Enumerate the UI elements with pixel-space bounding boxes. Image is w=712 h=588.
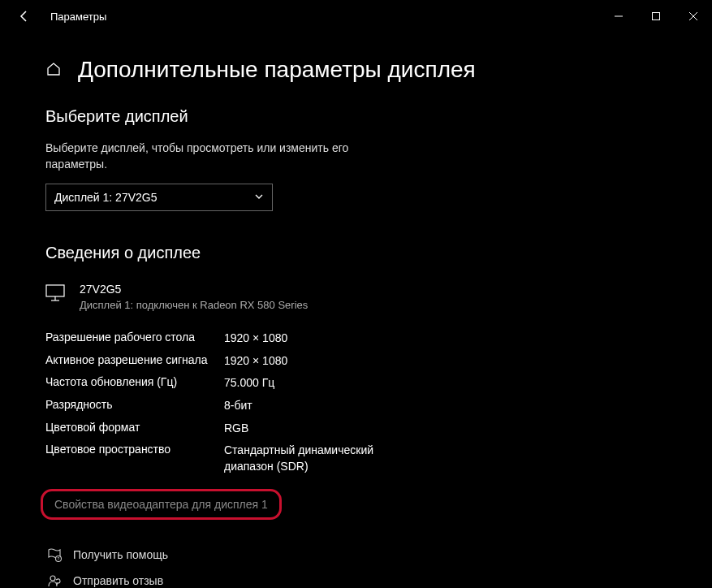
app-title: Параметры (50, 11, 106, 23)
arrow-left-icon (18, 10, 31, 23)
property-value: 8-бит (224, 398, 252, 414)
chevron-down-icon (254, 191, 264, 204)
select-display-desc: Выберите дисплей, чтобы просмотреть или … (45, 141, 354, 172)
maximize-button[interactable] (637, 0, 675, 32)
monitor-icon (45, 284, 67, 305)
property-value: 75.000 Гц (224, 375, 274, 391)
property-label: Цветовое пространство (45, 443, 224, 474)
property-label: Разрешение рабочего стола (45, 331, 224, 347)
property-label: Частота обновления (Гц) (45, 375, 224, 391)
minimize-icon (614, 11, 624, 21)
close-icon (688, 11, 698, 21)
property-label: Разрядность (45, 398, 224, 414)
property-row: Цветовой форматRGB (45, 417, 667, 440)
maximize-icon (651, 11, 661, 21)
property-label: Цветовой формат (45, 421, 224, 437)
content: Дополнительные параметры дисплея Выберит… (0, 57, 712, 588)
property-row: Разрешение рабочего стола1920 × 1080 (45, 327, 667, 350)
help-icon: ? (45, 547, 63, 562)
titlebar: Параметры (0, 0, 712, 32)
svg-rect-4 (46, 285, 64, 296)
select-display-title: Выберите дисплей (45, 107, 667, 126)
property-row: Частота обновления (Гц)75.000 Гц (45, 372, 667, 395)
display-info-title: Сведения о дисплее (45, 244, 667, 262)
page-title: Дополнительные параметры дисплея (78, 57, 476, 83)
svg-rect-1 (653, 13, 660, 20)
close-button[interactable] (675, 0, 712, 32)
property-row: Активное разрешение сигнала1920 × 1080 (45, 350, 667, 373)
svg-point-9 (50, 576, 55, 581)
property-value: 1920 × 1080 (224, 331, 287, 347)
adapter-properties-link[interactable]: Свойства видеоадаптера для дисплея 1 (54, 498, 268, 511)
property-row: Разрядность8-бит (45, 395, 667, 417)
feedback-icon (45, 573, 63, 588)
get-help-link[interactable]: ? Получить помощь (45, 547, 667, 562)
dropdown-value: Дисплей 1: 27V2G5 (54, 191, 158, 204)
get-help-label: Получить помощь (73, 548, 168, 561)
minimize-button[interactable] (600, 0, 637, 32)
display-properties: Разрешение рабочего стола1920 × 1080Акти… (45, 327, 667, 478)
display-name: 27V2G5 (80, 283, 308, 296)
property-value: RGB (224, 421, 248, 437)
back-button[interactable] (15, 10, 34, 23)
display-subtitle: Дисплей 1: подключен к Radeon RX 580 Ser… (80, 299, 308, 311)
display-dropdown[interactable]: Дисплей 1: 27V2G5 (45, 184, 273, 211)
feedback-label: Отправить отзыв (73, 574, 163, 587)
svg-text:?: ? (58, 556, 60, 561)
home-icon[interactable] (45, 61, 63, 79)
property-value: Стандартный динамический диапазон (SDR) (224, 443, 419, 474)
property-value: 1920 × 1080 (224, 353, 287, 370)
property-row: Цветовое пространствоСтандартный динамич… (45, 439, 667, 478)
property-label: Активное разрешение сигнала (45, 353, 224, 370)
feedback-link[interactable]: Отправить отзыв (45, 573, 667, 588)
adapter-link-highlight: Свойства видеоадаптера для дисплея 1 (41, 489, 282, 520)
